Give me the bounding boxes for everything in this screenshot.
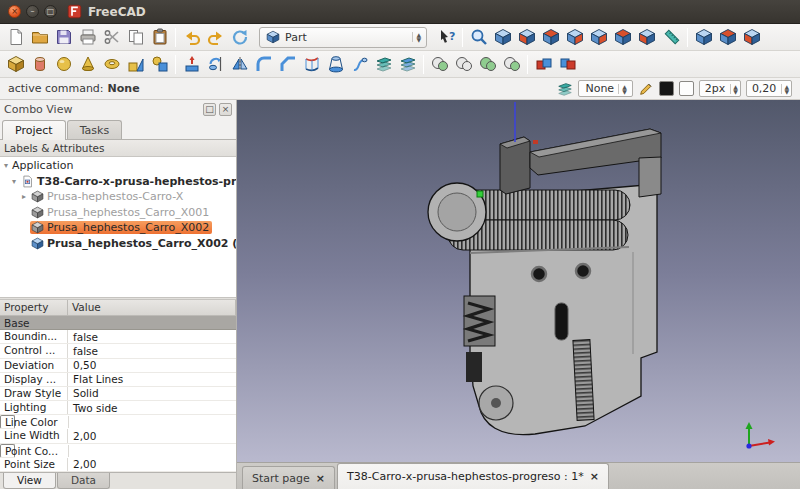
property-row-draw-style[interactable]: Draw Style Solid xyxy=(0,387,236,401)
panel-close-button[interactable]: × xyxy=(219,103,232,116)
bottom-view-icon[interactable] xyxy=(611,25,634,49)
whats-this-icon[interactable]: ? xyxy=(435,25,458,49)
point-size-spinner[interactable]: 0,20 ▲▼ xyxy=(746,80,792,97)
expander-icon[interactable]: ▸ xyxy=(18,192,30,201)
measure-distance-icon[interactable] xyxy=(660,25,683,49)
part-boolean-icon[interactable] xyxy=(428,52,451,76)
toolbar-separator xyxy=(462,28,463,47)
part-chamfer-icon[interactable] xyxy=(276,52,299,76)
tree-item-document[interactable]: ▾ T38-Carro-x-prusa-hephestos-progreso xyxy=(0,174,236,190)
panel-float-button[interactable]: □ xyxy=(203,103,216,116)
part-fillet-icon[interactable] xyxy=(252,52,275,76)
tree-item-prusa-hephestos-carro-x002[interactable]: Prusa_hephestos_Carro_X002 xyxy=(0,220,236,236)
property-row-lighting[interactable]: Lighting Two side xyxy=(0,401,236,415)
part-sweep-icon[interactable] xyxy=(348,52,371,76)
property-row-point-size[interactable]: Point Size 2,00 xyxy=(0,458,236,472)
part-common-icon[interactable] xyxy=(500,52,523,76)
part-join-embed-icon[interactable] xyxy=(556,52,579,76)
window-maximize-button[interactable]: □ xyxy=(44,5,57,18)
property-name: Point Co... xyxy=(1,445,69,457)
view-cube-extra-icon-2[interactable] xyxy=(716,25,739,49)
part-cylinder-icon[interactable] xyxy=(28,52,51,76)
face-color-swatch[interactable] xyxy=(679,81,694,96)
property-row-line-width[interactable]: Line Width 2,00 xyxy=(0,429,236,443)
print-icon[interactable] xyxy=(76,25,99,49)
window-close-button[interactable]: × xyxy=(8,5,21,18)
tab-data[interactable]: Data xyxy=(57,473,110,489)
part-mirror-icon[interactable] xyxy=(228,52,251,76)
tree-item-application[interactable]: ▾ Application xyxy=(0,158,236,174)
tab-close-icon[interactable]: × xyxy=(316,472,325,485)
view-extra-toolbar xyxy=(660,25,763,49)
property-column-header[interactable]: Property xyxy=(0,300,68,316)
property-row-point-color[interactable]: Point Co... [25, 25, 25] xyxy=(0,444,15,458)
property-section-base[interactable]: Base xyxy=(0,316,236,330)
refresh-icon[interactable] xyxy=(228,25,251,49)
rear-view-icon[interactable] xyxy=(587,25,610,49)
right-view-icon[interactable] xyxy=(563,25,586,49)
paste-icon[interactable] xyxy=(148,25,171,49)
tab-tasks[interactable]: Tasks xyxy=(67,120,122,139)
active-command-value: None xyxy=(108,82,140,95)
edit-color-icon[interactable] xyxy=(638,81,654,97)
part-create-primitives-icon[interactable] xyxy=(124,52,147,76)
property-row-control[interactable]: Control ... false xyxy=(0,344,236,358)
part-join-connect-icon[interactable] xyxy=(532,52,555,76)
save-document-icon[interactable] xyxy=(52,25,75,49)
part-cut-icon[interactable] xyxy=(452,52,475,76)
property-name: Point Size xyxy=(0,458,68,471)
line-color-swatch[interactable] xyxy=(659,81,674,96)
combo-arrows-icon[interactable]: ▲▼ xyxy=(412,32,424,42)
cut-icon[interactable] xyxy=(100,25,123,49)
part-shape-builder-icon[interactable] xyxy=(148,52,171,76)
part-section-icon[interactable] xyxy=(372,52,395,76)
part-ruled-surface-icon[interactable] xyxy=(300,52,323,76)
tree-item-prusa-hephestos-carro-x002-solid[interactable]: Prusa_hephestos_Carro_X002 (Solid) xyxy=(0,236,236,252)
value-column-header[interactable]: Value xyxy=(68,300,236,316)
fit-all-icon[interactable] xyxy=(467,25,490,49)
property-row-display[interactable]: Display ... Flat Lines xyxy=(0,373,236,387)
new-document-icon[interactable] xyxy=(4,25,27,49)
doc-tab-start-page[interactable]: Start page × xyxy=(242,466,335,489)
redo-icon[interactable] xyxy=(204,25,227,49)
axonometric-view-icon[interactable] xyxy=(491,25,514,49)
tree-item-prusa-hephestos-carro-x[interactable]: ▸ Prusa-hephestos-Carro-X xyxy=(0,189,236,205)
part-revolve-icon[interactable] xyxy=(204,52,227,76)
expander-icon[interactable]: ▾ xyxy=(0,161,12,170)
workbench-selector-value: Part xyxy=(285,31,407,44)
part-loft-icon[interactable] xyxy=(324,52,347,76)
left-view-icon[interactable] xyxy=(635,25,658,49)
expander-icon[interactable]: ▾ xyxy=(8,177,20,186)
line-width-spinner[interactable]: 2px ▲▼ xyxy=(699,80,741,97)
spinner-arrows-icon[interactable]: ▲▼ xyxy=(730,84,740,94)
part-box-icon[interactable] xyxy=(4,52,27,76)
part-extrude-icon[interactable] xyxy=(180,52,203,76)
property-row-bounding[interactable]: Boundin... false xyxy=(0,330,236,344)
front-view-icon[interactable] xyxy=(515,25,538,49)
line-width-value: 2px xyxy=(705,82,726,95)
tab-project[interactable]: Project xyxy=(2,120,66,140)
view-cube-extra-icon-1[interactable] xyxy=(692,25,715,49)
3d-viewport[interactable] xyxy=(237,100,800,462)
part-sphere-icon[interactable] xyxy=(52,52,75,76)
tree-item-prusa-hephestos-carro-x001[interactable]: Prusa_hephestos_Carro_X001 xyxy=(0,205,236,221)
part-torus-icon[interactable] xyxy=(100,52,123,76)
workbench-selector[interactable]: Part ▲▼ xyxy=(259,27,427,48)
tab-view[interactable]: View xyxy=(3,473,56,489)
window-minimize-button[interactable]: – xyxy=(26,5,39,18)
selection-mode-combo[interactable]: None ▲▼ xyxy=(578,80,632,97)
view-cube-extra-icon-3[interactable] xyxy=(740,25,763,49)
open-document-icon[interactable] xyxy=(28,25,51,49)
part-cone-icon[interactable] xyxy=(76,52,99,76)
part-union-icon[interactable] xyxy=(476,52,499,76)
part-cross-sections-icon[interactable] xyxy=(396,52,419,76)
copy-icon[interactable] xyxy=(124,25,147,49)
property-row-deviation[interactable]: Deviation 0,50 xyxy=(0,359,236,373)
property-row-line-color[interactable]: Line Color [25, 25, 25] xyxy=(0,415,15,429)
doc-tab-document[interactable]: T38-Carro-x-prusa-hephestos-progreso : 1… xyxy=(337,463,609,489)
undo-icon[interactable] xyxy=(180,25,203,49)
tab-close-icon[interactable]: × xyxy=(590,470,599,483)
model-3d[interactable] xyxy=(237,100,800,462)
spinner-arrows-icon[interactable]: ▲▼ xyxy=(781,84,791,94)
top-view-icon[interactable] xyxy=(539,25,562,49)
